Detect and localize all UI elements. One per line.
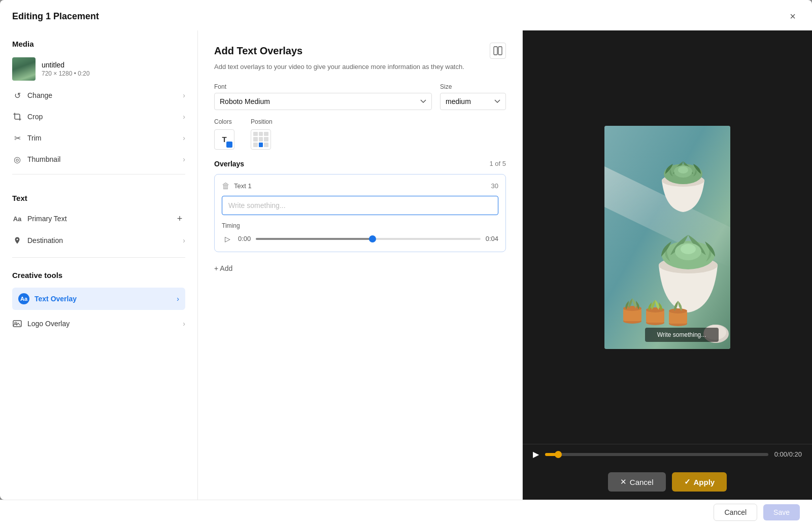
timing-play-button[interactable]: ▷	[222, 233, 233, 244]
sidebar-item-text-overlay[interactable]: Aa Text Overlay ›	[12, 288, 185, 310]
media-thumbnail	[12, 57, 36, 81]
svg-point-24	[669, 308, 687, 313]
modal-header: Editing 1 Placement ×	[0, 0, 812, 30]
overlays-title: Overlays	[214, 160, 244, 168]
sidebar-item-change[interactable]: ↺ Change ›	[0, 85, 197, 106]
pos-cell-7	[253, 143, 258, 147]
panel-header: Add Text Overlays	[214, 43, 506, 59]
timing-slider[interactable]	[256, 234, 480, 244]
text-overlay-icon: Aa	[18, 293, 29, 304]
media-info: untitled 720 × 1280 • 0:20	[42, 61, 90, 77]
video-panel: Write something... ▶ 0:00/0:20	[523, 30, 812, 500]
panel-icon-button[interactable]	[490, 43, 506, 59]
close-button[interactable]: ×	[786, 9, 800, 23]
font-select[interactable]: Roboto Medium Arial Helvetica	[214, 93, 432, 110]
colors-label: Colors	[214, 118, 234, 125]
add-overlay-button[interactable]: + Add	[214, 259, 232, 277]
svg-point-10	[678, 166, 688, 173]
sidebar-item-trim[interactable]: ✂ Trim ›	[0, 127, 197, 149]
pos-cell-8	[259, 143, 263, 147]
video-controls: ▶ 0:00/0:20	[523, 444, 812, 464]
panel-title-text: Add Text Overlays	[214, 45, 302, 57]
edit-placement-modal: Editing 1 Placement × Media untitled 720…	[0, 0, 812, 500]
timing-track	[256, 238, 480, 240]
overlays-count: 1 of 5	[489, 160, 506, 167]
bottom-cancel-button[interactable]: Cancel	[714, 504, 757, 521]
size-group: Size small medium large	[440, 83, 506, 110]
video-apply-button[interactable]: ✓ Apply	[672, 472, 727, 492]
timing-start-time: 0:00	[238, 235, 251, 242]
modal-title: Editing 1 Placement	[12, 11, 99, 22]
svg-rect-2	[494, 47, 497, 55]
modal-body: Media untitled 720 × 1280 • 0:20 ↺ Chang…	[0, 30, 812, 500]
position-grid[interactable]	[251, 129, 271, 150]
overlay-card-header: 🗑 Text 1 30	[222, 182, 498, 191]
svg-point-15	[681, 244, 696, 254]
apply-check-icon: ✓	[684, 477, 691, 486]
destination-icon	[12, 235, 22, 246]
video-progress-bar[interactable]	[545, 453, 768, 456]
bottom-save-button[interactable]: Save	[763, 504, 800, 520]
sidebar-divider-1	[12, 174, 185, 174]
sidebar-item-logo-overlay[interactable]: Logo Overlay ›	[0, 313, 197, 334]
video-play-button[interactable]: ▶	[533, 449, 539, 459]
crop-chevron: ›	[183, 113, 185, 121]
pos-cell-4	[253, 137, 258, 142]
position-group: Position	[251, 118, 273, 150]
video-apply-label: Apply	[694, 478, 715, 486]
sidebar: Media untitled 720 × 1280 • 0:20 ↺ Chang…	[0, 30, 198, 500]
change-chevron: ›	[183, 91, 185, 99]
thumbnail-icon: ◎	[12, 154, 22, 164]
media-meta: 720 × 1280 • 0:20	[42, 70, 90, 77]
sidebar-item-crop[interactable]: Crop ›	[0, 106, 197, 127]
overlay-char-count: 30	[491, 182, 498, 190]
overlay-text-input[interactable]	[222, 196, 498, 215]
overlay-card: 🗑 Text 1 30 Timing ▷ 0:00	[214, 174, 506, 252]
trim-label: Trim	[27, 134, 41, 142]
media-name: untitled	[42, 61, 90, 69]
video-cancel-button[interactable]: ✕ Cancel	[608, 472, 666, 492]
media-thumb-inner	[12, 57, 36, 81]
sidebar-item-primary-text[interactable]: Aa Primary Text +	[0, 207, 197, 230]
destination-chevron: ›	[183, 236, 185, 244]
timing-thumb	[369, 235, 376, 242]
sidebar-item-destination[interactable]: Destination ›	[0, 230, 197, 251]
video-area: Write something...	[523, 30, 812, 444]
sidebar-item-thumbnail[interactable]: ◎ Thumbnail ›	[0, 149, 197, 170]
logo-overlay-icon	[12, 319, 22, 329]
add-primary-text-button[interactable]: +	[174, 213, 185, 224]
timing-label: Timing	[222, 222, 498, 229]
pos-cell-6	[264, 137, 268, 142]
position-label: Position	[251, 118, 273, 125]
crop-label: Crop	[27, 113, 43, 121]
trash-icon[interactable]: 🗑	[222, 182, 230, 191]
font-label: Font	[214, 83, 432, 90]
thumbnail-chevron: ›	[183, 155, 185, 163]
primary-text-icon: Aa	[12, 214, 22, 224]
add-overlay-label: + Add	[214, 264, 232, 272]
timing-end-time: 0:04	[486, 235, 498, 242]
media-section-title: Media	[0, 30, 197, 53]
timing-row: ▷ 0:00 0:04	[222, 233, 498, 244]
timing-section: Timing ▷ 0:00 0:04	[222, 222, 498, 244]
crop-icon	[12, 112, 22, 122]
pos-cell-3	[264, 132, 268, 136]
logo-overlay-label: Logo Overlay	[27, 320, 70, 328]
font-size-row: Font Roboto Medium Arial Helvetica Size …	[214, 83, 506, 110]
destination-label: Destination	[27, 236, 63, 244]
video-progress-thumb	[555, 451, 562, 458]
color-indicator	[226, 142, 232, 148]
size-label: Size	[440, 83, 506, 90]
sidebar-divider-2	[12, 257, 185, 258]
logo-overlay-chevron: ›	[183, 320, 185, 328]
overlays-header: Overlays 1 of 5	[214, 160, 506, 168]
text-overlay-label: Text Overlay	[35, 295, 77, 303]
svg-text:Write something...: Write something...	[657, 331, 706, 338]
text-section: Text Aa Primary Text +	[0, 179, 197, 253]
video-time-display: 0:00/0:20	[774, 450, 802, 458]
size-select[interactable]: small medium large	[440, 93, 506, 110]
timing-fill	[256, 238, 373, 240]
color-picker-button[interactable]: T	[214, 129, 234, 150]
colors-position-row: Colors T Position	[214, 118, 506, 150]
change-label: Change	[27, 91, 52, 99]
